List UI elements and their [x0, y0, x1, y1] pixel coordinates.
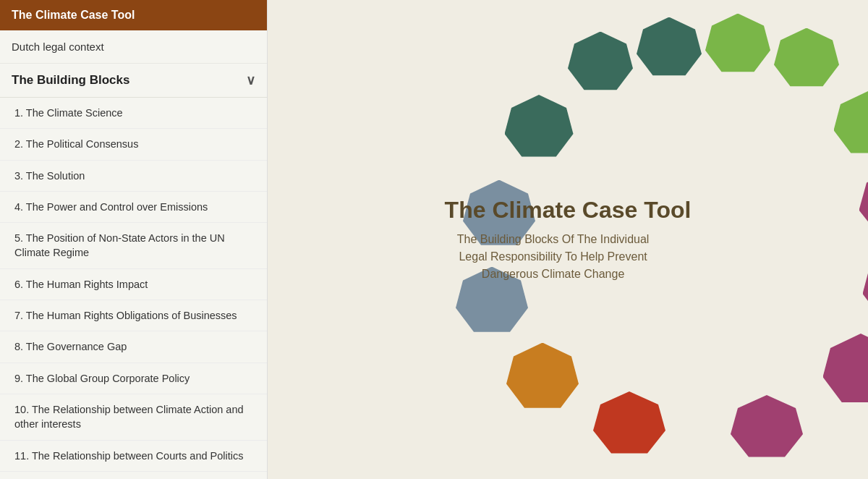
shape-9 [456, 267, 528, 336]
sidebar-item-1[interactable]: 1. The Climate Science [0, 98, 267, 129]
shape-14 [731, 395, 803, 460]
shape-2 [637, 17, 702, 79]
sidebar-item-10[interactable]: 10. The Relationship between Climate Act… [0, 394, 267, 441]
shape-1 [568, 32, 633, 93]
sidebar-item-6[interactable]: 6. The Human Rights Impact [0, 269, 267, 300]
sidebar-section-label: The Building Blocks [12, 73, 129, 88]
hex-ring [333, 22, 803, 457]
chevron-down-icon: ∨ [246, 72, 255, 88]
shape-6 [834, 91, 869, 156]
shape-12 [823, 334, 869, 406]
sidebar-item-7[interactable]: 7. The Human Rights Obligations of Busin… [0, 300, 267, 331]
sidebar-item-3[interactable]: 3. The Solution [0, 161, 267, 192]
sidebar-item-8[interactable]: 8. The Governance Gap [0, 331, 267, 363]
sidebar-building-blocks-header[interactable]: The Building Blocks ∨ [0, 64, 267, 98]
sidebar-item-5[interactable]: 5. The Position of Non-State Actors in t… [0, 223, 267, 269]
sidebar-item-11[interactable]: 11. The Relationship between Courts and … [0, 441, 267, 472]
shape-11 [506, 343, 579, 412]
sidebar: The Climate Case Tool Dutch legal contex… [0, 0, 268, 479]
shape-5 [505, 95, 574, 160]
shape-8 [859, 169, 869, 238]
shape-13 [593, 391, 665, 457]
sidebar-item-4[interactable]: 4. The Power and Control over Emissions [0, 192, 267, 223]
sidebar-header[interactable]: The Climate Case Tool [0, 0, 267, 30]
shape-3 [705, 14, 770, 75]
sidebar-dutch-context[interactable]: Dutch legal context [0, 30, 267, 64]
shape-10 [863, 250, 869, 323]
sidebar-item-9[interactable]: 9. The Global Group Corporate Policy [0, 363, 267, 394]
shape-7 [463, 180, 535, 249]
sidebar-nav-list: 1. The Climate Science2. The Political C… [0, 98, 267, 472]
main-content: The Climate Case Tool The Building Block… [268, 0, 868, 479]
sidebar-item-2[interactable]: 2. The Political Consensus [0, 129, 267, 160]
shape-4 [774, 28, 839, 90]
